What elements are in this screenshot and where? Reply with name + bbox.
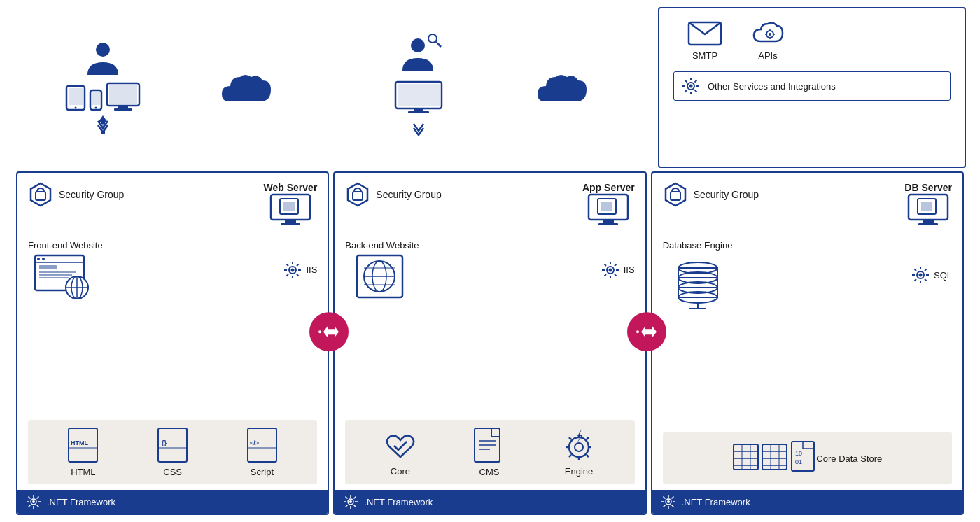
web-security-group-icon bbox=[28, 182, 53, 207]
core-icon bbox=[383, 428, 418, 463]
app-iis-label: IIS bbox=[624, 264, 635, 275]
app-sg-left: Security Group bbox=[345, 182, 441, 207]
svg-rect-144 bbox=[921, 202, 932, 211]
svg-rect-39 bbox=[36, 192, 46, 200]
cloud-center-icon bbox=[531, 63, 601, 112]
svg-line-190 bbox=[671, 497, 673, 499]
apis-label: APIs bbox=[758, 50, 777, 61]
web-website-label: Front-end Website bbox=[28, 240, 103, 251]
db-sql-label: SQL bbox=[934, 270, 952, 281]
app-website-block: Back-end Website bbox=[345, 240, 419, 299]
db-sg-left: Security Group bbox=[663, 182, 759, 207]
svg-point-6 bbox=[95, 107, 97, 109]
web-server-right: Web Server bbox=[264, 182, 318, 230]
admin-monitor-icon bbox=[394, 80, 443, 115]
svg-point-30 bbox=[690, 85, 693, 88]
svg-line-63 bbox=[287, 264, 289, 266]
smtp-label: SMTP bbox=[692, 50, 718, 61]
html-label: HTML bbox=[71, 467, 95, 477]
app-tech-area: Core CMS bbox=[345, 420, 634, 484]
apis-icon bbox=[750, 19, 785, 47]
svg-line-135 bbox=[346, 505, 348, 507]
svg-line-109 bbox=[615, 274, 617, 276]
web-tech-area: HTML HTML {} CSS bbox=[28, 420, 317, 484]
script-label: Script bbox=[251, 467, 274, 477]
web-to-app-arrow bbox=[309, 312, 349, 351]
svg-point-24 bbox=[769, 33, 771, 36]
app-security-group-icon bbox=[345, 182, 370, 207]
svg-line-64 bbox=[297, 274, 299, 276]
app-net-footer: .NET Framework bbox=[335, 490, 645, 514]
app-server-box: Security Group App Server bbox=[333, 171, 646, 515]
svg-point-88 bbox=[324, 330, 327, 333]
cloud-left-icon bbox=[215, 63, 285, 112]
svg-line-111 bbox=[615, 264, 617, 266]
top-section: SMTP APIs bbox=[14, 7, 966, 168]
db-net-label: .NET Framework bbox=[682, 497, 750, 507]
svg-rect-94 bbox=[603, 220, 614, 223]
svg-text:{}: {} bbox=[162, 439, 167, 446]
html-icon: HTML bbox=[67, 427, 99, 463]
key-icon bbox=[426, 32, 443, 49]
svg-line-189 bbox=[663, 505, 665, 507]
svg-point-77 bbox=[32, 500, 35, 503]
svg-rect-21 bbox=[408, 111, 429, 113]
phone-icon bbox=[89, 89, 103, 111]
app-core-tech: Core bbox=[383, 428, 418, 477]
svg-text:HTML: HTML bbox=[71, 439, 88, 446]
svg-rect-141 bbox=[671, 192, 680, 200]
app-server-monitor-icon bbox=[587, 193, 629, 230]
svg-line-163 bbox=[925, 279, 927, 281]
db-engine-label: Database Engine bbox=[663, 240, 733, 251]
svg-point-58 bbox=[291, 268, 295, 271]
svg-line-38 bbox=[695, 80, 697, 83]
svg-line-187 bbox=[663, 497, 665, 499]
app-website-icon bbox=[356, 254, 408, 299]
web-script-tech: </> Script bbox=[246, 427, 278, 477]
arrow-dots2-icon bbox=[634, 319, 659, 344]
web-sg-title: Security Group bbox=[59, 189, 124, 200]
svg-point-0 bbox=[96, 43, 110, 57]
web-net-footer: .NET Framework bbox=[18, 490, 328, 514]
admin-down-arrow-icon bbox=[408, 118, 429, 139]
app-engine-tech: Engine bbox=[561, 428, 597, 477]
svg-point-87 bbox=[318, 330, 321, 333]
svg-rect-20 bbox=[414, 108, 424, 111]
svg-rect-44 bbox=[281, 223, 300, 225]
app-sg-header: Security Group App Server bbox=[345, 178, 634, 233]
tablet-icon bbox=[65, 85, 86, 111]
web-server-inner: Security Group Web Server bbox=[18, 173, 328, 490]
svg-text:</>: </> bbox=[250, 439, 259, 446]
web-mid-section: Front-end Website bbox=[28, 237, 317, 303]
svg-line-37 bbox=[685, 90, 687, 92]
svg-rect-5 bbox=[92, 92, 100, 105]
svg-rect-49 bbox=[39, 265, 57, 269]
svg-line-82 bbox=[29, 497, 31, 499]
svg-point-157 bbox=[918, 274, 922, 277]
person-icon bbox=[84, 40, 122, 78]
svg-line-123 bbox=[587, 455, 589, 457]
web-sg-left: Security Group bbox=[28, 182, 124, 207]
web-website-block: Front-end Website bbox=[28, 240, 103, 299]
svg-line-16 bbox=[438, 44, 440, 45]
svg-rect-93 bbox=[601, 202, 612, 211]
top-left bbox=[14, 7, 336, 168]
svg-line-108 bbox=[604, 264, 606, 266]
app-website-label: Back-end Website bbox=[345, 240, 419, 251]
db-server-box: Security Group DB Server bbox=[651, 171, 964, 515]
svg-line-83 bbox=[37, 505, 39, 507]
smtp-icon bbox=[687, 19, 722, 47]
web-iis-block: IIS bbox=[283, 260, 317, 280]
web-net-gear-icon bbox=[26, 494, 41, 509]
db-server-right: DB Server bbox=[904, 182, 952, 230]
svg-line-17 bbox=[440, 45, 441, 47]
monitor-icon bbox=[106, 82, 141, 111]
web-iis-label: IIS bbox=[306, 264, 317, 275]
db-server-title: DB Server bbox=[904, 182, 952, 193]
svg-text:10: 10 bbox=[795, 450, 802, 457]
end-user-group bbox=[65, 40, 141, 135]
arrow-dots-icon bbox=[316, 319, 342, 344]
gear-icon bbox=[681, 76, 701, 96]
db-net-gear-icon bbox=[661, 494, 676, 509]
svg-point-117 bbox=[575, 443, 583, 451]
